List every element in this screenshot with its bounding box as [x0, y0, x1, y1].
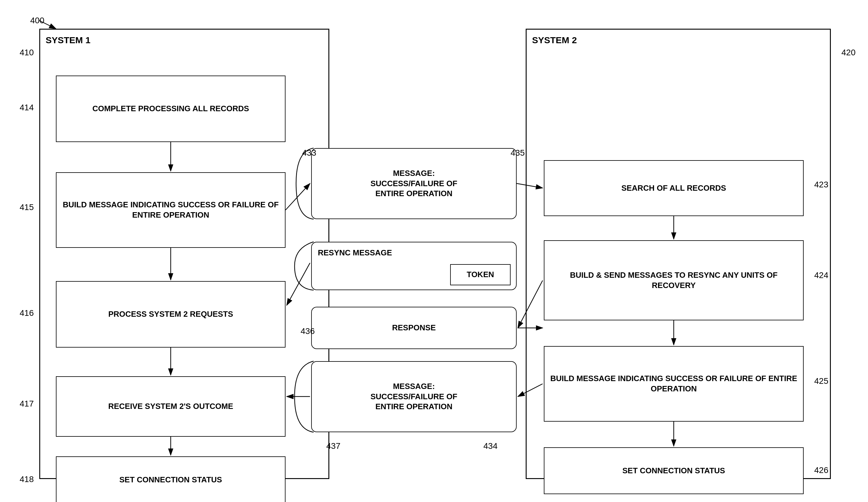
box-417: RECEIVE SYSTEM 2'S OUTCOME [56, 376, 286, 437]
ref-426: 426 [814, 465, 828, 475]
ref-425: 425 [814, 376, 828, 386]
ref-414: 414 [20, 103, 34, 112]
system2-title: SYSTEM 2 [532, 35, 577, 45]
ref-416: 416 [20, 308, 34, 318]
ref-434: 434 [483, 441, 498, 451]
ref-418: 418 [20, 474, 34, 484]
ref-417: 417 [20, 399, 34, 409]
box-423: SEARCH OF ALL RECORDS [544, 160, 804, 216]
ref-437: 437 [326, 441, 341, 451]
ref-433: 433 [302, 148, 316, 158]
ref-420: 420 [841, 48, 856, 58]
system1-title: SYSTEM 1 [45, 35, 90, 45]
ref-415: 415 [20, 203, 34, 212]
ref-435-label: 435 [510, 148, 525, 158]
response-box: RESPONSE [311, 307, 517, 349]
token-box: TOKEN [450, 264, 510, 285]
msg-433: MESSAGE:SUCCESS/FAILURE OFENTIRE OPERATI… [311, 148, 517, 219]
box-426: SET CONNECTION STATUS [544, 447, 804, 494]
box-415: BUILD MESSAGE INDICATING SUCCESS OR FAIL… [56, 172, 286, 248]
box-414: COMPLETE PROCESSING ALL RECORDS [56, 75, 286, 142]
ref-400: 400 [30, 16, 44, 25]
ref-423: 423 [814, 180, 828, 189]
resync-message-box: RESYNC MESSAGE TOKEN [311, 242, 517, 290]
diagram: 400 SYSTEM 1 410 SYSTEM 2 420 COMPLETE P… [0, 0, 868, 502]
box-425: BUILD MESSAGE INDICATING SUCCESS OR FAIL… [544, 346, 804, 422]
ref-410: 410 [20, 48, 34, 58]
msg-434: MESSAGE:SUCCESS/FAILURE OFENTIRE OPERATI… [311, 361, 517, 432]
ref-424: 424 [814, 270, 828, 280]
box-418: SET CONNECTION STATUS [56, 457, 286, 502]
box-424: BUILD & SEND MESSAGES TO RESYNC ANY UNIT… [544, 240, 804, 320]
ref-436: 436 [301, 326, 315, 336]
box-416: PROCESS SYSTEM 2 REQUESTS [56, 281, 286, 348]
